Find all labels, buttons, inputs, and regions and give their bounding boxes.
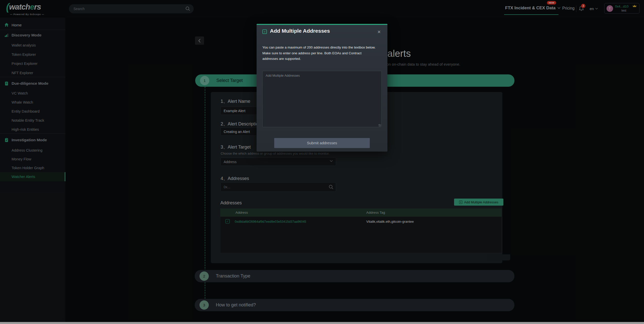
app-root: (watchers — Powered By 0xScope — FTX Inc… <box>0 0 644 324</box>
close-icon[interactable]: ✕ <box>377 29 381 35</box>
add-multiple-addresses-modal: + Add Multiple Addresses ✕ You can paste… <box>257 24 387 152</box>
plus-square-icon: + <box>262 29 267 34</box>
modal-accent-bar <box>257 24 387 25</box>
addresses-textarea[interactable] <box>262 71 382 127</box>
submit-addresses-button[interactable]: Submit addresses <box>274 138 370 148</box>
modal-description: You can paste a maximum of 200 addresses… <box>262 45 377 62</box>
textarea-resize-handle[interactable] <box>379 124 381 127</box>
modal-title: Add Multiple Addresses <box>270 28 330 34</box>
horizontal-scrollbar[interactable] <box>0 322 644 324</box>
